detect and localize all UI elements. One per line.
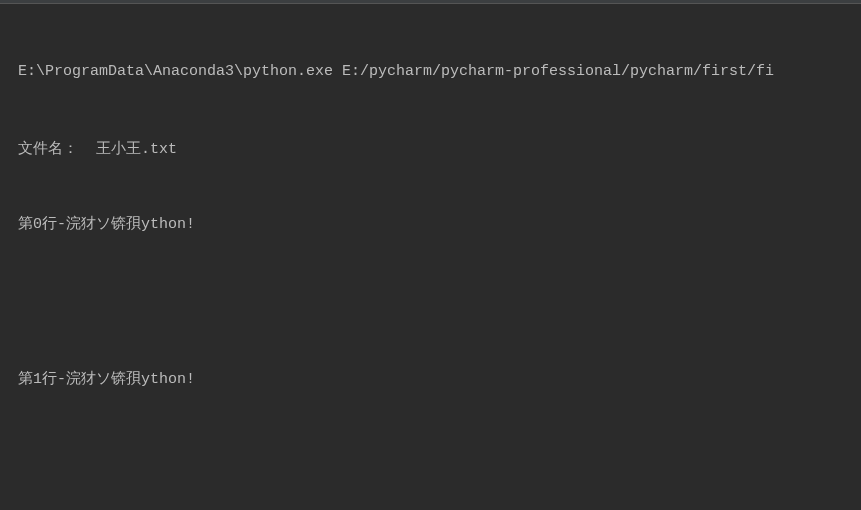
console-output-panel: E:\ProgramData\Anaconda3\python.exe E:/p… [0, 4, 861, 510]
filename-line: 文件名： 王小王.txt [18, 139, 843, 162]
output-line-0: 第0行-浣犲ソ锛孭ython! [18, 214, 843, 237]
blank-row [18, 438, 843, 478]
command-line: E:\ProgramData\Anaconda3\python.exe E:/p… [18, 61, 843, 84]
blank-row [18, 284, 843, 324]
output-line-1: 第1行-浣犲ソ锛孭ython! [18, 369, 843, 392]
